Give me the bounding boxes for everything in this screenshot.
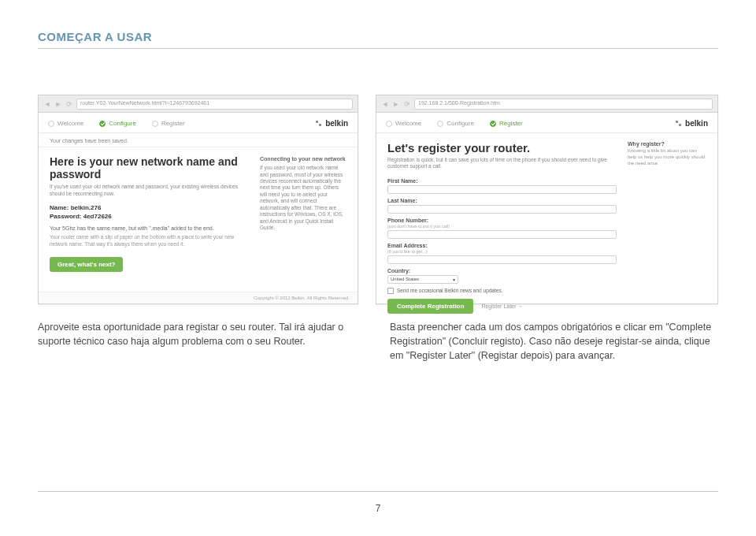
screenshots-row: ◄ ► ⟳ router.Y02-YourNewNetwork.html?t=1…	[38, 95, 718, 304]
sidebar-text: If you used your old network name and pa…	[260, 165, 346, 231]
heading-network: Here is your new network name and passwo…	[50, 155, 247, 181]
hint-email: (if you'd like to get...)	[387, 249, 617, 254]
next-button: Great, what's next?	[50, 257, 123, 272]
credentials: Name: belkin.276 Password: 4ed72626	[50, 203, 247, 221]
reload-icon: ⟳	[65, 100, 73, 108]
body-right: Basta preencher cada um dos campos obrig…	[390, 320, 718, 363]
desc-network: If you've used your old network name and…	[50, 184, 247, 197]
desc-register: Registration is quick, but it can save y…	[387, 157, 617, 170]
screenshot-register: ◄ ► ⟳ 192.168.2.1/500-Registration.htm W…	[376, 95, 718, 304]
reload-icon: ⟳	[403, 100, 411, 108]
tab-configure: Configure	[99, 120, 136, 127]
register-later-link: Register Later →	[481, 303, 523, 309]
page-body-left: Welcome Configure Register belkin Your c…	[39, 113, 358, 303]
tab-welcome-2: Welcome	[386, 120, 421, 127]
why-title: Why register?	[628, 141, 706, 147]
label-firstname: First Name:	[387, 178, 617, 184]
saved-notice: Your changes have been saved.	[39, 133, 358, 147]
belkin-logo-2: belkin	[676, 119, 708, 128]
title-rule	[38, 48, 718, 49]
belkin-logo: belkin	[316, 119, 348, 128]
page-body-right: Welcome Configure Register belkin Let's …	[376, 113, 717, 303]
body-text-row: Aproveite esta oportunidade para regista…	[38, 320, 718, 363]
back-icon: ◄	[381, 100, 389, 108]
label-country: Country:	[387, 268, 617, 274]
chevron-down-icon: ▾	[453, 277, 455, 282]
footer-copyright: Copyright © 2012 Belkin. All Rights Rese…	[39, 292, 358, 303]
hint-phone: (you don't have to put it you call)	[387, 224, 617, 229]
input-lastname	[387, 205, 617, 214]
slip-note: Your router came with a slip of paper on…	[50, 234, 247, 248]
body-left: Aproveite esta oportunidade para regista…	[38, 320, 366, 363]
url-bar: router.Y02-YourNewNetwork.html?t=1246793…	[76, 99, 353, 110]
label-email: Email Address:	[387, 243, 617, 248]
browser-chrome: ◄ ► ⟳ router.Y02-YourNewNetwork.html?t=1…	[39, 95, 358, 113]
sidebar-connecting: Connecting to your new network If you us…	[260, 155, 346, 272]
browser-chrome-2: ◄ ► ⟳ 192.168.2.1/500-Registration.htm	[376, 95, 717, 113]
select-country: United States▾	[387, 275, 458, 284]
wizard-tabs-2: Welcome Configure Register belkin	[376, 113, 717, 133]
tab-register: Register	[152, 120, 185, 127]
sidebar-title: Connecting to your new network	[260, 155, 346, 162]
bottom-rule	[38, 491, 718, 492]
why-register: Why register? Knowing a little bit about…	[628, 141, 706, 314]
input-email	[387, 255, 617, 264]
label-lastname: Last Name:	[387, 198, 617, 203]
forward-icon: ►	[54, 100, 62, 108]
input-phone	[387, 230, 617, 239]
input-firstname	[387, 185, 617, 194]
forward-icon: ►	[392, 100, 400, 108]
page-number: 7	[0, 503, 756, 514]
checkbox-news: Send me occasional Belkin news and updat…	[387, 288, 617, 294]
heading-register: Let's register your router.	[387, 141, 617, 154]
screenshot-network-name: ◄ ► ⟳ router.Y02-YourNewNetwork.html?t=1…	[38, 95, 358, 304]
wizard-tabs: Welcome Configure Register belkin	[39, 113, 358, 133]
url-bar-2: 192.168.2.1/500-Registration.htm	[414, 99, 713, 110]
tab-register-2: Register	[490, 120, 523, 127]
section-title: COMEÇAR A USAR	[38, 30, 718, 43]
complete-registration-button: Complete Registration	[387, 299, 473, 314]
note-5g: Your 5Ghz has the same name, but with ".…	[50, 225, 247, 231]
checkbox-icon	[387, 288, 394, 294]
tab-configure-2: Configure	[437, 120, 474, 127]
label-phone: Phone Number:	[387, 218, 617, 223]
tab-welcome: Welcome	[48, 120, 83, 127]
back-icon: ◄	[43, 100, 51, 108]
why-text: Knowing a little bit about you can help …	[628, 148, 706, 166]
